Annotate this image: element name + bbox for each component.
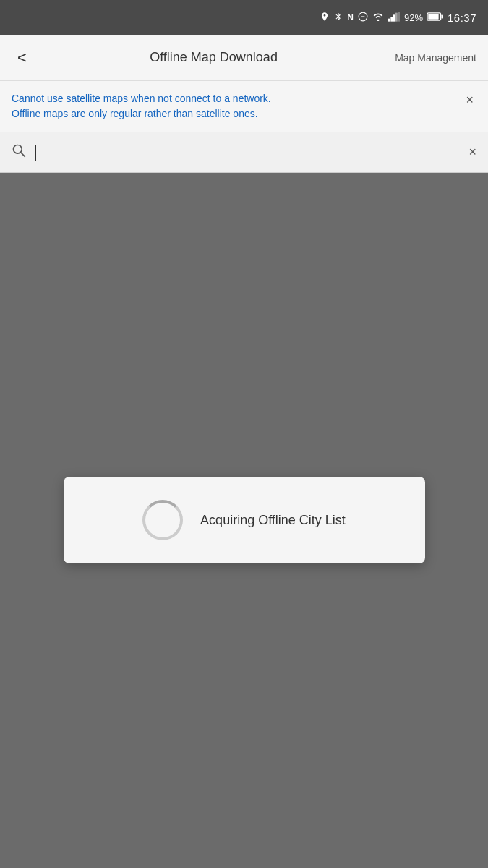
cursor bbox=[35, 145, 36, 161]
svg-rect-1 bbox=[388, 18, 390, 21]
svg-rect-2 bbox=[390, 17, 393, 22]
svg-rect-3 bbox=[393, 14, 395, 21]
search-icon bbox=[12, 143, 26, 161]
page-title: Offline Map Download bbox=[33, 50, 395, 65]
dnd-icon bbox=[358, 12, 368, 24]
svg-rect-4 bbox=[395, 12, 398, 21]
status-bar: N 92% 16:37 bbox=[0, 0, 488, 35]
battery-icon bbox=[427, 12, 443, 23]
signal-icon bbox=[388, 12, 400, 24]
search-clear-button[interactable]: × bbox=[468, 145, 476, 160]
loading-spinner bbox=[142, 500, 183, 540]
svg-rect-8 bbox=[441, 14, 443, 18]
warning-message: Cannot use satellite maps when not conne… bbox=[12, 91, 463, 122]
nav-bar: < Offline Map Download Map Management bbox=[0, 35, 488, 81]
nfc-icon: N bbox=[347, 12, 354, 22]
location-icon bbox=[320, 12, 330, 24]
svg-rect-7 bbox=[428, 14, 438, 20]
search-bar: × bbox=[0, 132, 488, 173]
wifi-icon bbox=[372, 12, 384, 23]
search-input[interactable] bbox=[33, 145, 468, 161]
svg-rect-5 bbox=[398, 12, 400, 21]
bluetooth-icon bbox=[334, 12, 343, 24]
svg-line-10 bbox=[21, 153, 25, 156]
warning-banner: Cannot use satellite maps when not conne… bbox=[0, 81, 488, 132]
status-time: 16:37 bbox=[448, 12, 476, 24]
battery-percentage: 92% bbox=[404, 12, 423, 23]
status-icons: N 92% 16:37 bbox=[320, 12, 476, 24]
back-button[interactable]: < bbox=[12, 43, 33, 73]
loading-text: Acquiring Offline City List bbox=[200, 513, 346, 528]
main-content: Acquiring Offline City List bbox=[0, 173, 488, 867]
warning-close-button[interactable]: × bbox=[463, 93, 476, 108]
loading-card: Acquiring Offline City List bbox=[64, 477, 425, 563]
map-management-button[interactable]: Map Management bbox=[395, 52, 476, 64]
